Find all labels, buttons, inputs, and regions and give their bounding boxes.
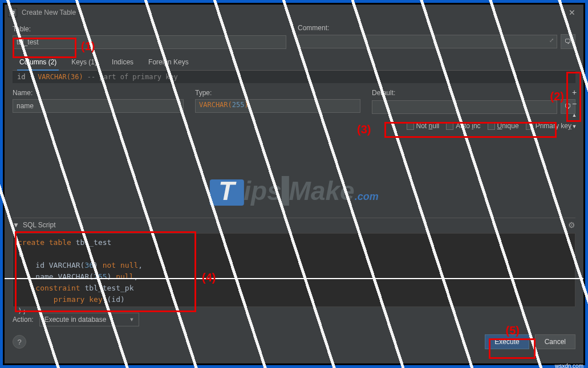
tabs: Columns (2) Keys (1) Indices Foreign Key…: [13, 55, 575, 71]
def-comment: -- part of primary key: [87, 73, 178, 81]
name-label: Name:: [13, 89, 184, 97]
tab-foreign-keys[interactable]: Foreign Keys: [146, 55, 191, 70]
tab-indices[interactable]: Indices: [110, 55, 136, 70]
remove-icon[interactable]: −: [569, 98, 580, 109]
column-name-input[interactable]: [13, 99, 184, 113]
sql-editor[interactable]: create table tbl_test ( id VARCHAR(36) n…: [13, 233, 575, 307]
column-type-input[interactable]: VARCHAR(255): [195, 99, 360, 113]
help-icon[interactable]: ?: [13, 335, 26, 349]
type-label: Type:: [195, 89, 360, 97]
tab-keys[interactable]: Keys (1): [69, 55, 99, 70]
window-title: Create New Table: [22, 9, 564, 17]
check-unique[interactable]: Unique: [488, 122, 519, 130]
title-bar: IJ Create New Table ✕: [5, 5, 583, 21]
constraint-checks: Not null Auto inc Unique Primary key: [403, 120, 576, 132]
sql-script-header[interactable]: ▼ SQL Script ⚙: [13, 218, 575, 230]
expand-icon[interactable]: ⤢: [549, 37, 554, 43]
def-type: VARCHAR(36): [38, 73, 83, 81]
dialog-content: Table: Comment: ⤢ 🗨 Columns (2) Keys (1)…: [5, 21, 583, 363]
attribution: wsxdn.com: [555, 363, 583, 368]
column-default-input[interactable]: [372, 100, 557, 114]
cancel-button[interactable]: Cancel: [535, 334, 575, 349]
sql-script-label: SQL Script: [23, 221, 568, 229]
add-icon[interactable]: +: [569, 87, 580, 98]
tab-columns[interactable]: Columns (2): [17, 55, 59, 71]
gear-icon[interactable]: ⚙: [568, 220, 575, 230]
move-up-icon[interactable]: ▲: [569, 109, 580, 121]
check-auto-inc[interactable]: Auto inc: [446, 122, 480, 130]
comment-input[interactable]: [298, 35, 557, 48]
table-name-input[interactable]: [13, 35, 286, 49]
check-not-null[interactable]: Not null: [407, 122, 440, 130]
comment-label: Comment:: [298, 24, 575, 32]
chevron-down-icon: ▼: [129, 317, 134, 322]
side-toolbar: + − ▲ ▼: [569, 87, 580, 132]
overlay-hline: [5, 278, 583, 279]
execute-button[interactable]: Execute: [485, 334, 529, 349]
collapse-icon[interactable]: ▼: [13, 221, 19, 229]
move-down-icon[interactable]: ▼: [569, 121, 580, 132]
table-label: Table:: [13, 25, 286, 33]
action-label: Action:: [13, 316, 34, 324]
def-id: id: [17, 73, 25, 81]
action-value: Execute in database: [44, 316, 107, 324]
comment-button-icon[interactable]: 🗨: [561, 34, 575, 49]
close-icon[interactable]: ✕: [564, 8, 580, 17]
default-label: Default:: [372, 89, 575, 97]
app-icon: IJ: [8, 8, 17, 17]
action-dropdown[interactable]: Execute in database ▼: [39, 313, 140, 326]
dialog-window: IJ Create New Table ✕ Table: Comment: ⤢ …: [3, 3, 585, 365]
column-definition-row[interactable]: id VARCHAR(36) -- part of primary key: [13, 71, 575, 83]
check-primary-key[interactable]: Primary key: [526, 122, 571, 130]
